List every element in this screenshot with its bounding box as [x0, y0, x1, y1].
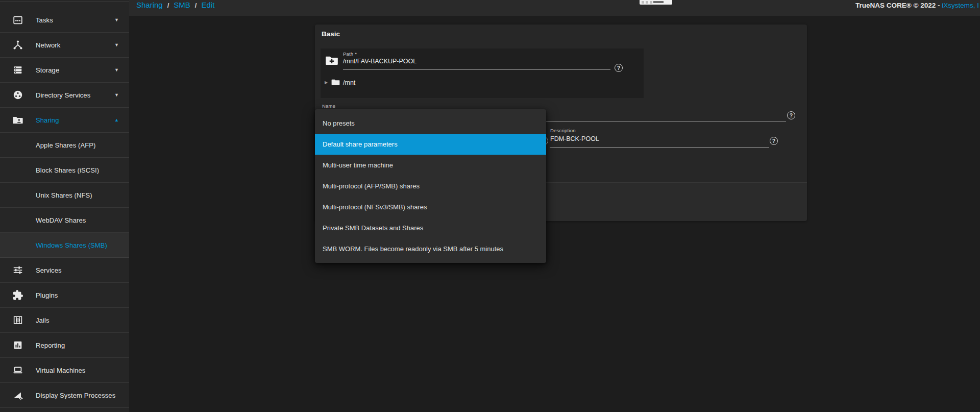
dropdown-option-multi-protocol-afp-smb[interactable]: Multi-protocol (AFP/SMB) shares	[315, 176, 546, 197]
system-processes-icon	[12, 390, 23, 401]
sidebar-item-apple-shares[interactable]: Apple Shares (AFP)	[0, 133, 129, 158]
sidebar-item-label: Reporting	[36, 342, 65, 349]
breadcrumb-smb[interactable]: SMB	[174, 1, 190, 9]
breadcrumb-sharing[interactable]: Sharing	[136, 1, 163, 9]
sidebar-item-services[interactable]: Services	[0, 258, 129, 283]
sidebar-item-label: Unix Shares (NFS)	[36, 191, 92, 199]
tree-node-mnt[interactable]: /mnt	[343, 79, 355, 86]
services-icon	[12, 264, 23, 276]
sidebar-item-label: Sharing	[36, 116, 59, 124]
sidebar-item-network[interactable]: Network ▼	[0, 33, 129, 58]
description-field-label: Description	[550, 128, 576, 133]
cutoff-popup[interactable]	[640, 0, 672, 5]
dropdown-option-multi-protocol-nfsv3-smb[interactable]: Multi-protocol (NFSv3/SMB) shares	[315, 197, 546, 217]
sidebar-item-label: Jails	[36, 317, 50, 324]
folder-icon	[330, 78, 341, 87]
brand-copyright: TrueNAS CORE® © 2022 - iXsystems, I	[855, 2, 979, 9]
shared-folder-icon	[12, 114, 23, 126]
truenas-screen: Sharing/SMB/Edit TrueNAS CORE® © 2022 - …	[0, 0, 980, 412]
top-toolbar: Sharing/SMB/Edit TrueNAS CORE® © 2022 - …	[129, 0, 980, 16]
dropdown-option-default-share-parameters[interactable]: Default share parameters	[315, 134, 546, 155]
calendar-icon	[12, 14, 23, 26]
popup-square	[642, 1, 644, 4]
dropdown-option-private-smb-datasets[interactable]: Private SMB Datasets and Shares	[315, 217, 546, 238]
sidebar-item-label: Display System Processes	[36, 392, 115, 399]
sidebar-item-unix-shares[interactable]: Unix Shares (NFS)	[0, 183, 129, 208]
sidebar-item-sharing[interactable]: Sharing ▲	[0, 108, 129, 133]
sidebar-item-windows-shares[interactable]: Windows Shares (SMB)	[0, 233, 129, 258]
jails-icon	[12, 314, 23, 326]
sidebar-item-tasks[interactable]: Tasks ▼	[0, 8, 129, 33]
plugins-icon	[12, 289, 23, 301]
sidebar-item-plugins[interactable]: Plugins	[0, 283, 129, 308]
path-explorer-panel: Path * /mnt/FAV-BACKUP-POOL ? ▶ /mnt	[321, 49, 644, 98]
section-title: Basic	[322, 30, 340, 38]
sidebar-item-block-shares[interactable]: Block Shares (iSCSI)	[0, 158, 129, 183]
path-input-underline	[343, 69, 610, 70]
sidebar-item-jails[interactable]: Jails	[0, 308, 129, 333]
sidebar-item-label: Plugins	[36, 292, 58, 299]
chevron-down-icon: ▼	[114, 17, 119, 22]
path-field-label: Path *	[343, 51, 357, 57]
path-input[interactable]: /mnt/FAV-BACKUP-POOL	[343, 58, 416, 65]
sidebar-item-reporting[interactable]: Reporting	[0, 333, 129, 358]
sidebar-item-label: Storage	[36, 66, 59, 74]
sidebar-nav: Tasks ▼ Network ▼ Storage ▼	[0, 0, 129, 412]
sidebar-item-label: Apple Shares (AFP)	[36, 141, 95, 149]
sidebar-item-label: Network	[36, 41, 60, 49]
reporting-icon	[12, 340, 23, 351]
sidebar-item-storage[interactable]: Storage ▼	[0, 58, 129, 83]
ixsystems-link[interactable]: iXsystems, I	[942, 2, 979, 9]
directory-services-icon	[12, 89, 23, 101]
popup-square	[650, 1, 652, 4]
brand-text: TrueNAS CORE® © 2022 -	[855, 2, 942, 9]
folder-plus-icon[interactable]	[325, 54, 339, 67]
dropdown-option-smb-worm[interactable]: SMB WORM. Files become readonly via SMB …	[315, 238, 546, 259]
popup-text-fragment	[653, 1, 664, 3]
sidebar-item-label: WebDAV Shares	[36, 216, 86, 224]
network-icon	[12, 39, 23, 51]
dropdown-option-multi-user-time-machine[interactable]: Multi-user time machine	[315, 155, 546, 176]
breadcrumb: Sharing/SMB/Edit	[136, 1, 214, 9]
description-input[interactable]: FDM-BCK-POOL	[550, 135, 599, 142]
path-help-icon[interactable]: ?	[615, 64, 623, 72]
sidebar-item-label: Tasks	[36, 16, 53, 24]
breadcrumb-separator: /	[195, 2, 197, 9]
sidebar-item-label: Directory Services	[36, 91, 90, 99]
description-help-icon[interactable]: ?	[770, 137, 778, 145]
name-help-icon[interactable]: ?	[787, 111, 795, 119]
chevron-down-icon: ▼	[114, 42, 119, 47]
tree-expand-icon[interactable]: ▶	[325, 80, 328, 85]
sidebar-item-display-system-processes[interactable]: Display System Processes	[0, 383, 129, 408]
chevron-down-icon: ▼	[114, 92, 119, 98]
name-field-label: Name	[322, 103, 335, 109]
sidebar-item-label: Virtual Machines	[36, 367, 85, 374]
description-input-underline	[550, 147, 769, 148]
chevron-up-icon: ▲	[114, 117, 119, 123]
sidebar-item-label: Windows Shares (SMB)	[36, 241, 107, 249]
sidebar-divider	[0, 1, 129, 2]
breadcrumb-separator: /	[167, 2, 169, 9]
virtual-machines-icon	[12, 365, 23, 376]
chevron-down-icon: ▼	[114, 67, 119, 72]
storage-icon	[12, 64, 23, 76]
sidebar-item-webdav-shares[interactable]: WebDAV Shares	[0, 208, 129, 233]
popup-square	[646, 1, 648, 4]
sidebar-item-label: Block Shares (iSCSI)	[36, 166, 99, 174]
breadcrumb-edit[interactable]: Edit	[201, 1, 214, 9]
purpose-dropdown-panel: No presets Default share parameters Mult…	[315, 109, 546, 263]
sidebar-item-directory-services[interactable]: Directory Services ▼	[0, 83, 129, 108]
sidebar-item-label: Services	[36, 266, 62, 274]
dropdown-option-no-presets[interactable]: No presets	[315, 113, 546, 134]
sidebar-item-virtual-machines[interactable]: Virtual Machines	[0, 358, 129, 383]
